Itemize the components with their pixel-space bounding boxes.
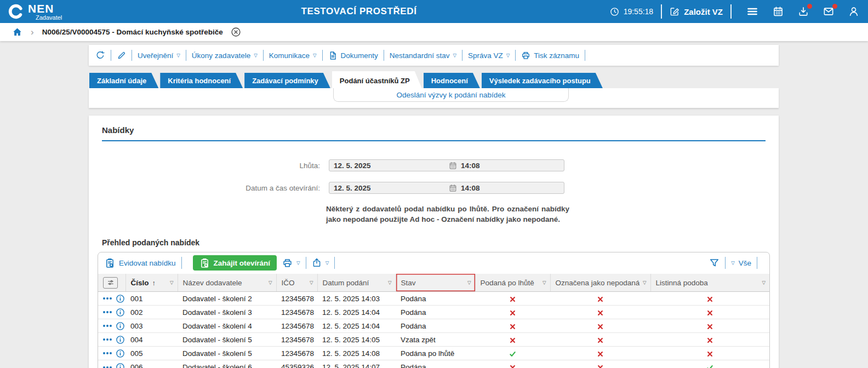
tab-zadavaci-podminky[interactable]: Zadávací podmínky xyxy=(244,73,330,88)
info-icon xyxy=(116,349,125,358)
toolbar-item-ukony-zadavatele[interactable]: Úkony zadavatele▽ xyxy=(192,51,258,60)
column-header-oznacena-jako-nepodana[interactable]: Označena jako nepodaná▽ xyxy=(550,274,650,292)
chevron-down-icon: ▽ xyxy=(254,53,258,58)
profile-button[interactable] xyxy=(848,6,859,17)
create-vz-button[interactable]: Založit VZ xyxy=(670,7,723,16)
close-record-button[interactable] xyxy=(231,27,241,37)
column-header-cislo[interactable]: Číslo↑▽ xyxy=(125,274,178,292)
toolbar-item-nestandardni-stav[interactable]: Nestandardní stav▽ xyxy=(390,51,456,60)
row-menu-button[interactable] xyxy=(103,338,112,341)
printer-icon xyxy=(521,51,530,60)
cross-icon xyxy=(597,309,604,317)
row-menu-button[interactable] xyxy=(103,366,112,368)
row-info-button[interactable] xyxy=(116,294,125,303)
cross-icon xyxy=(597,296,604,303)
start-opening-button[interactable]: Zahájit otevírání xyxy=(193,255,277,271)
row-actions-cell xyxy=(98,333,125,347)
cross-icon xyxy=(706,350,713,358)
row-info-button[interactable] xyxy=(116,308,125,317)
datetime-input-datum-a-cas-otevirani[interactable]: 12. 5. 202514:08 xyxy=(329,182,564,194)
row-menu-button[interactable] xyxy=(103,311,112,313)
home-icon xyxy=(12,27,22,37)
cell-podana-po-lhute xyxy=(475,347,550,360)
row-menu-button[interactable] xyxy=(103,297,112,300)
calendar-button[interactable] xyxy=(773,6,784,17)
date-value: 12. 5. 2025 xyxy=(329,162,449,170)
column-header-nazev-dodavatele[interactable]: Název dodavatele▽ xyxy=(178,274,276,292)
cell-stav: Podána xyxy=(396,319,475,333)
filter-dropdown-icon[interactable]: ▽ xyxy=(467,280,471,285)
breadcrumb-item[interactable]: N006/25/V00004575 - Domácí kuchyňské spo… xyxy=(42,28,223,36)
close-icon xyxy=(231,27,241,37)
person-icon xyxy=(848,6,859,17)
toolbar-item-dokumenty[interactable]: Dokumenty xyxy=(328,51,378,60)
toolbar-item-sprava-vz[interactable]: Správa VZ▽ xyxy=(468,51,510,60)
send-call-link[interactable]: Odeslání výzvy k podání nabídek xyxy=(397,91,506,99)
field-row-datum-a-cas-otevirani: Datum a čas otevírání:12. 5. 202514:08 xyxy=(98,182,770,194)
home-icon xyxy=(12,27,22,37)
filter-dropdown-icon[interactable]: ▽ xyxy=(643,280,647,285)
toolbar-item-komunikace[interactable]: Komunikace▽ xyxy=(269,51,317,60)
column-header-datum-podani[interactable]: Datum podání▽ xyxy=(317,274,396,292)
column-header-ico[interactable]: IČO▽ xyxy=(276,274,317,292)
column-header-stav[interactable]: Stav▽ xyxy=(396,274,475,292)
server-time: 19:55:18 xyxy=(610,7,654,16)
column-settings-header xyxy=(98,274,125,292)
hamburger-icon xyxy=(746,5,758,18)
filter-dropdown-icon[interactable]: ▽ xyxy=(269,280,272,285)
filter-dropdown-icon[interactable]: ▽ xyxy=(388,280,392,285)
filter-dropdown-icon[interactable]: ▽ xyxy=(542,280,546,285)
messages-button[interactable] xyxy=(823,6,834,17)
toolbar-item-uverejneni[interactable]: Uveřejnění▽ xyxy=(138,51,180,60)
printer-icon xyxy=(282,258,293,268)
filter-dropdown-icon[interactable]: ▽ xyxy=(762,280,766,285)
cell-cislo: 003 xyxy=(125,319,178,333)
export-icon xyxy=(312,258,322,268)
tab-kriteria-hodnoceni[interactable]: Kritéria hodnocení xyxy=(160,73,243,88)
cross-icon xyxy=(509,309,516,317)
clock-icon xyxy=(610,7,619,16)
row-actions-cell xyxy=(98,319,125,333)
column-header-podana-po-lhute[interactable]: Podaná po lhůtě▽ xyxy=(475,274,550,292)
time-value: 14:08 xyxy=(461,162,480,170)
register-offer-button[interactable]: Evidovat nabídku xyxy=(105,258,176,268)
filter-dropdown-icon[interactable]: ▽ xyxy=(310,280,313,285)
edit-record-button[interactable] xyxy=(117,51,126,60)
downloads-button[interactable] xyxy=(798,6,809,17)
main-menu-button[interactable] xyxy=(746,5,758,18)
close-circle-icon xyxy=(231,27,241,37)
cell-oznacena-jako-nepodana xyxy=(550,292,650,306)
cell-nazev: Dodavatel - školení 5 xyxy=(178,347,276,360)
cell-ico: 45359326 xyxy=(276,360,317,368)
field-row-lhuta: Lhůta:12. 5. 202514:08 xyxy=(98,159,770,171)
cell-oznacena-jako-nepodana xyxy=(550,306,650,319)
nen-logo[interactable]: NEN Zadavatel xyxy=(0,3,62,21)
home-button[interactable] xyxy=(12,27,22,37)
row-menu-button[interactable] xyxy=(103,325,112,327)
filter-dropdown-icon[interactable]: ▽ xyxy=(170,280,174,285)
row-menu-button[interactable] xyxy=(103,352,112,354)
view-all-dropdown[interactable]: ▽ Vše xyxy=(731,259,751,267)
history-button[interactable] xyxy=(95,50,105,60)
info-icon xyxy=(116,335,125,344)
edit-square-icon xyxy=(670,7,679,16)
row-info-button[interactable] xyxy=(116,363,125,368)
clipboard-gear-icon xyxy=(105,258,115,268)
toolbar-item-tisk-zaznamu[interactable]: Tisk záznamu xyxy=(521,51,579,60)
toolbar-divider xyxy=(181,257,182,269)
tab-podani-ucastniku-zp[interactable]: Podání účastníků ZP xyxy=(332,71,422,88)
tab-hodnoceni[interactable]: Hodnocení xyxy=(424,73,480,88)
datetime-input-lhuta[interactable]: 12. 5. 202514:08 xyxy=(329,159,564,171)
environment-title: TESTOVACÍ PROSTŘEDÍ xyxy=(301,6,416,17)
row-info-button[interactable] xyxy=(116,349,125,358)
export-button[interactable]: ▽ xyxy=(312,258,329,268)
print-button[interactable]: ▽ xyxy=(282,258,300,268)
deadline-fields: Lhůta:12. 5. 202514:08Datum a čas otevír… xyxy=(98,141,770,194)
column-header-listinna-podoba[interactable]: Listinná podoba▽ xyxy=(650,274,769,292)
tab-vysledek-zadavaciho-postupu[interactable]: Výsledek zadávacího postupu xyxy=(482,73,603,88)
tab-zakladni-udaje[interactable]: Základní údaje xyxy=(89,73,158,88)
column-settings-button[interactable] xyxy=(103,277,118,289)
row-info-button[interactable] xyxy=(116,321,125,331)
row-info-button[interactable] xyxy=(116,335,125,344)
filter-button[interactable] xyxy=(709,258,719,268)
